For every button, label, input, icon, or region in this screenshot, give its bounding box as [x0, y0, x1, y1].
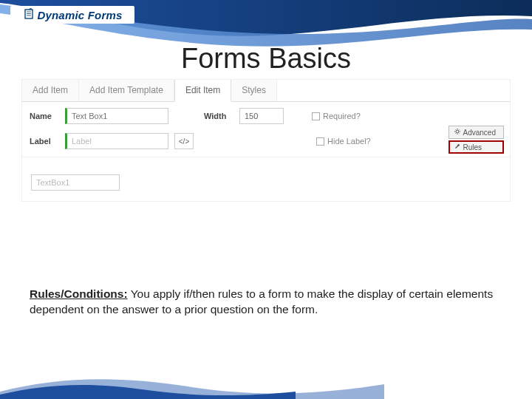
caption-bold: Rules/Conditions: [30, 287, 128, 300]
code-button[interactable]: </> [174, 133, 194, 149]
tab-add-item[interactable]: Add Item [22, 80, 79, 101]
width-label: Width [204, 112, 233, 120]
slide-title: Forms Basics [0, 43, 532, 75]
rules-button[interactable]: Rules [449, 140, 504, 154]
label-input[interactable]: Label [65, 133, 168, 149]
name-label: Name [30, 112, 59, 120]
label-label: Label [30, 137, 59, 146]
preview-textbox[interactable]: TextBox1 [31, 174, 120, 191]
gear-icon [454, 128, 461, 137]
tab-bar: Add Item Add Item Template Edit Item Sty… [22, 80, 510, 102]
tab-add-item-template[interactable]: Add Item Template [79, 80, 174, 101]
advanced-label: Advanced [463, 129, 496, 137]
tab-styles[interactable]: Styles [231, 80, 277, 101]
required-label: Required? [323, 112, 361, 120]
advanced-button[interactable]: Advanced [449, 126, 504, 139]
caption-text: Rules/Conditions: You apply if/then rule… [30, 287, 502, 318]
background-bottom-wave [0, 355, 532, 399]
name-input[interactable]: Text Box1 [65, 108, 168, 124]
hide-label-label: Hide Label? [327, 137, 371, 146]
logo-text: Dynamic Forms [37, 9, 122, 21]
hide-label-checkbox[interactable] [316, 137, 324, 146]
width-input[interactable]: 150 [239, 108, 284, 124]
svg-rect-0 [25, 10, 33, 18]
tab-edit-item[interactable]: Edit Item [174, 80, 231, 102]
wrench-icon [454, 143, 461, 151]
svg-point-4 [456, 130, 459, 133]
logo-badge: Dynamic Forms [10, 6, 134, 24]
rules-label: Rules [463, 143, 482, 151]
divider [22, 157, 510, 167]
form-editor-panel: Add Item Add Item Template Edit Item Sty… [22, 80, 510, 201]
required-checkbox[interactable] [312, 112, 320, 120]
